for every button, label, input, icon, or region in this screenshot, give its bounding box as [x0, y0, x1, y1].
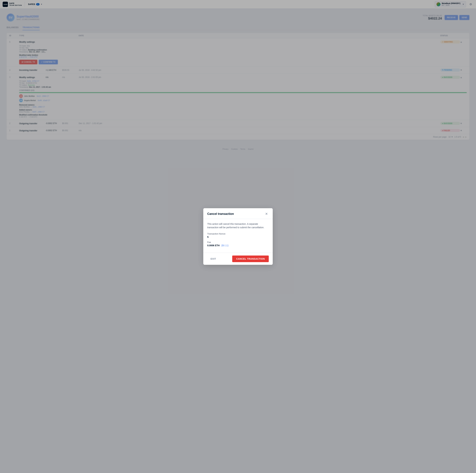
modal-fee-value: 0.0006 ETH ($0.11): [207, 244, 269, 247]
cancel-transaction-modal: Cancel transaction ✕ This action will ca…: [203, 208, 273, 265]
modal-fee-usd: ($0.11): [221, 244, 229, 247]
modal-header: Cancel transaction ✕: [203, 208, 273, 219]
modal-fee-label: Fee: [207, 241, 269, 244]
cancel-transaction-button[interactable]: CANCEL TRANSACTION: [232, 256, 269, 262]
modal-nonce-field: Transaction Nonce: 5: [207, 232, 269, 238]
modal-description: This action will cancel this transaction…: [207, 222, 269, 229]
modal-overlay: Cancel transaction ✕ This action will ca…: [0, 0, 476, 473]
modal-footer: EXIT CANCEL TRANSACTION: [203, 253, 273, 265]
modal-fee-eth: 0.0006 ETH: [207, 244, 220, 247]
modal-nonce-label: Transaction Nonce:: [207, 232, 269, 235]
modal-fee-field: Fee 0.0006 ETH ($0.11): [207, 241, 269, 247]
modal-close-button[interactable]: ✕: [264, 211, 269, 216]
modal-nonce-value: 5: [207, 236, 269, 238]
exit-button[interactable]: EXIT: [207, 256, 219, 262]
modal-title: Cancel transaction: [207, 212, 234, 216]
modal-body: This action will cancel this transaction…: [203, 219, 273, 253]
